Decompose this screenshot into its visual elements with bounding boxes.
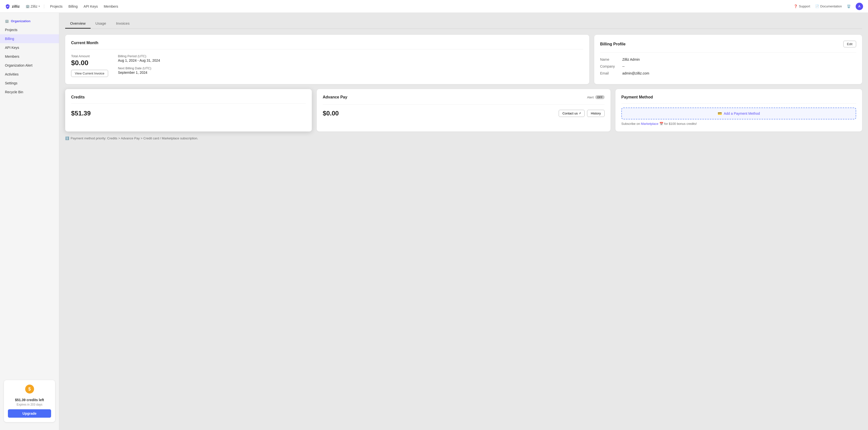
upgrade-button[interactable]: Upgrade [8, 409, 51, 418]
info-bar: ℹ️ Payment method priority: Credits > Ad… [65, 136, 862, 140]
sidebar: 🏢 Organization Projects Billing API Keys… [0, 13, 59, 430]
advance-pay-title: Advance Pay [323, 95, 347, 99]
docs-label: Documentation [820, 4, 842, 8]
sidebar-credits-expires: Expires in 203 days [8, 403, 51, 406]
profile-email-value: admin@zilliz.com [622, 71, 649, 75]
sidebar-credits-amount: $51.39 credits left [8, 398, 51, 402]
history-button[interactable]: History [587, 110, 604, 117]
alert-label: Alert [587, 96, 594, 99]
advance-pay-bottom: $0.00 Contact us ↗ History [323, 109, 604, 117]
sidebar-organization-label: 🏢 Organization [0, 17, 59, 25]
tab-overview[interactable]: Overview [65, 19, 91, 29]
main-layout: 🏢 Organization Projects Billing API Keys… [0, 13, 868, 430]
avatar[interactable]: A [856, 3, 863, 10]
contact-us-label: Contact us [562, 111, 578, 115]
sidebar-item-api-keys[interactable]: API Keys [0, 43, 59, 52]
add-payment-button[interactable]: 💳 Add a Payment Method [621, 107, 856, 120]
edit-profile-button[interactable]: Edit [843, 41, 856, 47]
zilliz-logo-icon [5, 4, 10, 9]
billing-profile-title: Billing Profile [600, 42, 626, 46]
billing-tabs: Overview Usage Invoices [65, 19, 862, 29]
main-content: Overview Usage Invoices Current Month To… [59, 13, 868, 430]
payment-method-card: Payment Method 💳 Add a Payment Method Su… [615, 89, 862, 131]
top-navigation: zilliz 🏢 Zilliz ▾ Projects Billing API K… [0, 0, 868, 13]
support-label: Support [799, 4, 810, 8]
billing-period-row: Billing Period (UTC) Aug 1, 2024 - Aug 3… [118, 54, 160, 62]
advance-pay-card: Advance Pay Alert OFF $0.00 Contact us ↗ [317, 89, 611, 131]
billing-info: Billing Period (UTC) Aug 1, 2024 - Aug 3… [118, 54, 160, 77]
tab-invoices[interactable]: Invoices [111, 19, 134, 29]
tab-usage[interactable]: Usage [91, 19, 111, 29]
external-link-icon: ↗ [579, 112, 581, 115]
credit-card-icon: 💳 [718, 111, 722, 115]
next-billing-row: Next Billing Date (UTC) September 1, 202… [118, 66, 160, 74]
profile-name-row: Name Zilliz Admin [600, 58, 856, 61]
calendar-icon: 📅 [659, 122, 663, 126]
marketplace-link[interactable]: Marketplace [641, 122, 658, 126]
profile-company-label: Company [600, 64, 622, 68]
sidebar-credits-card: $ $51.39 credits left Expires in 203 day… [4, 380, 55, 422]
sidebar-nav: 🏢 Organization Projects Billing API Keys… [0, 17, 59, 96]
current-month-grid: Total Amount $0.00 View Current Invoice … [71, 54, 583, 77]
nav-api-keys[interactable]: API Keys [84, 4, 98, 8]
sidebar-item-projects[interactable]: Projects [0, 25, 59, 34]
docs-button[interactable]: 📄 Documentation [815, 4, 842, 8]
bottom-cards-row: Credits $51.39 Advance Pay Alert OFF $0.… [65, 89, 862, 131]
profile-company-value: -- [622, 64, 625, 68]
sidebar-item-members[interactable]: Members [0, 52, 59, 61]
view-invoice-button[interactable]: View Current Invoice [71, 70, 108, 77]
brand-selector[interactable]: 🏢 Zilliz ▾ [26, 4, 44, 8]
nav-members[interactable]: Members [104, 4, 118, 8]
payment-method-title: Payment Method [621, 95, 856, 99]
total-amount-value: $0.00 [71, 59, 108, 67]
billing-period-label: Billing Period (UTC) [118, 54, 160, 58]
profile-company-row: Company -- [600, 64, 856, 68]
chevron-down-icon: ▾ [38, 5, 40, 8]
profile-name-value: Zilliz Admin [622, 58, 640, 61]
credits-amount: $51.39 [71, 109, 306, 117]
next-billing-label: Next Billing Date (UTC) [118, 66, 160, 70]
docs-icon: 📄 [815, 4, 819, 8]
amount-block: Total Amount $0.00 View Current Invoice [71, 54, 108, 77]
subscribe-text: Subscribe on Marketplace 📅 for $100 bonu… [621, 122, 856, 126]
info-text: Payment method priority: Credits > Advan… [71, 136, 198, 140]
info-icon: ℹ️ [65, 136, 69, 140]
sidebar-item-settings[interactable]: Settings [0, 79, 59, 88]
topnav-right: ❓ Support 📄 Documentation 🗑️ A [794, 3, 863, 10]
contact-us-button[interactable]: Contact us ↗ [559, 110, 585, 117]
toggle-off-label[interactable]: OFF [595, 95, 604, 99]
building-icon: 🏢 [5, 19, 9, 23]
profile-email-label: Email [600, 71, 622, 75]
top-cards-row: Current Month Total Amount $0.00 View Cu… [65, 35, 862, 84]
credits-dollar-icon: $ [25, 385, 34, 394]
advance-pay-amount: $0.00 [323, 109, 339, 117]
help-icon: ❓ [794, 4, 798, 8]
alert-badge: Alert OFF [587, 95, 604, 99]
billing-profile-card: Billing Profile Edit Name Zilliz Admin C… [594, 35, 862, 84]
profile-email-row: Email admin@zilliz.com [600, 71, 856, 75]
advance-pay-buttons: Contact us ↗ History [559, 110, 604, 117]
billing-period-value: Aug 1, 2024 - Aug 31, 2024 [118, 59, 160, 62]
billing-profile-header: Billing Profile Edit [600, 41, 856, 47]
current-month-card: Current Month Total Amount $0.00 View Cu… [65, 35, 589, 84]
add-payment-label: Add a Payment Method [724, 111, 760, 115]
logo-text: zilliz [12, 4, 20, 8]
support-button[interactable]: ❓ Support [794, 4, 810, 8]
sidebar-item-recycle-bin[interactable]: Recycle Bin [0, 88, 59, 96]
next-billing-value: September 1, 2024 [118, 71, 160, 74]
credits-title: Credits [71, 95, 306, 99]
brand-name: Zilliz [31, 4, 37, 8]
sidebar-item-activities[interactable]: Activities [0, 70, 59, 79]
bell-icon: 🗑️ [847, 4, 851, 8]
current-month-title: Current Month [71, 41, 583, 45]
notifications-button[interactable]: 🗑️ [847, 4, 851, 8]
credits-card: Credits $51.39 [65, 89, 312, 131]
nav-billing[interactable]: Billing [68, 4, 78, 8]
advance-pay-header: Advance Pay Alert OFF [323, 95, 604, 99]
nav-projects[interactable]: Projects [50, 4, 63, 8]
total-amount-label: Total Amount [71, 54, 108, 58]
profile-name-label: Name [600, 58, 622, 61]
sidebar-item-org-alert[interactable]: Organization Alert [0, 61, 59, 70]
logo[interactable]: zilliz [5, 4, 20, 9]
sidebar-item-billing[interactable]: Billing [0, 34, 59, 43]
